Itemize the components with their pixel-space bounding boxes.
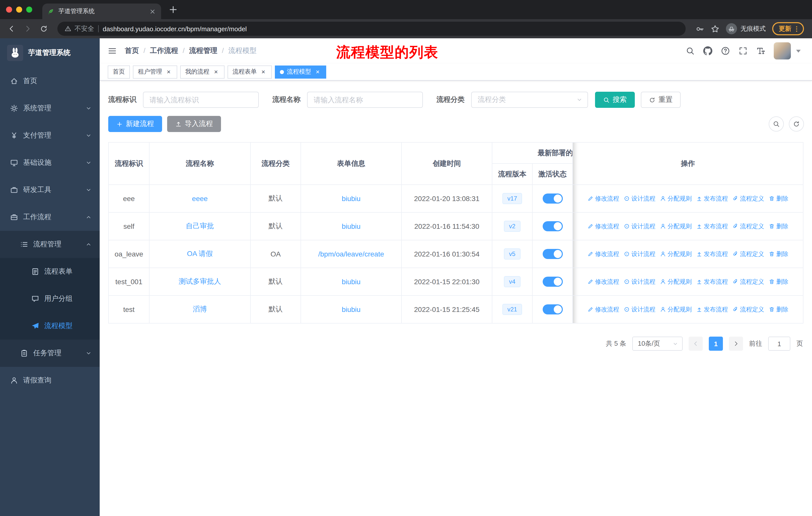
breadcrumb-item[interactable]: 工作流程: [150, 46, 189, 55]
reset-button[interactable]: 重置: [641, 92, 680, 108]
prev-page-button[interactable]: [689, 336, 703, 351]
filter-category-select[interactable]: 流程分类: [471, 92, 588, 108]
process-definition-link[interactable]: 流程定义: [732, 222, 764, 230]
process-name-link[interactable]: 测试多审批人: [179, 277, 221, 285]
sidebar-item-process-model[interactable]: 流程模型: [0, 313, 100, 340]
url-input[interactable]: 不安全 dashboard.yudao.iocoder.cn/bpm/manag…: [57, 22, 686, 36]
modify-process-link[interactable]: 修改流程: [587, 305, 619, 314]
page-number-1[interactable]: 1: [709, 336, 723, 351]
publish-process-link[interactable]: 发布流程: [696, 194, 728, 203]
breadcrumb-item[interactable]: 流程管理: [189, 46, 229, 55]
sidebar-item-infrastructure[interactable]: 基础设施: [0, 149, 100, 176]
create-process-button[interactable]: 新建流程: [108, 116, 162, 132]
assign-rule-link[interactable]: 分配规则: [660, 277, 692, 286]
close-icon[interactable]: [314, 68, 321, 75]
security-chip[interactable]: 不安全: [64, 24, 94, 33]
form-info-link[interactable]: biubiu: [342, 222, 361, 230]
design-process-link[interactable]: 设计流程: [624, 305, 656, 314]
key-icon[interactable]: [696, 24, 704, 33]
form-info-link[interactable]: biubiu: [342, 194, 361, 202]
modify-process-link[interactable]: 修改流程: [587, 277, 619, 286]
filter-name-input[interactable]: [307, 92, 423, 108]
publish-process-link[interactable]: 发布流程: [696, 250, 728, 258]
delete-link[interactable]: 删除: [769, 305, 788, 314]
design-process-link[interactable]: 设计流程: [624, 222, 656, 230]
refresh-table-button[interactable]: [789, 116, 804, 132]
active-toggle[interactable]: [543, 193, 562, 203]
active-toggle[interactable]: [543, 304, 562, 315]
update-menu-button[interactable]: 更新: [772, 22, 804, 35]
process-name-link[interactable]: OA 请假: [187, 249, 213, 257]
user-menu[interactable]: [774, 42, 803, 59]
search-button[interactable]: 搜索: [595, 92, 635, 108]
design-process-link[interactable]: 设计流程: [624, 277, 656, 286]
browser-tab[interactable]: 芋道管理系统: [42, 3, 161, 19]
process-definition-link[interactable]: 流程定义: [732, 194, 764, 203]
new-tab-button[interactable]: [168, 4, 178, 15]
view-tag[interactable]: 租户管理: [133, 65, 177, 78]
assign-rule-link[interactable]: 分配规则: [660, 222, 692, 230]
minimize-window-button[interactable]: [16, 6, 22, 12]
design-process-link[interactable]: 设计流程: [624, 250, 656, 258]
modify-process-link[interactable]: 修改流程: [587, 222, 619, 230]
sidebar-item-home[interactable]: 首页: [0, 67, 100, 95]
tab-close-icon[interactable]: [149, 8, 156, 15]
publish-process-link[interactable]: 发布流程: [696, 222, 728, 230]
page-size-select[interactable]: 10条/页: [632, 336, 683, 351]
active-toggle[interactable]: [543, 249, 562, 259]
modify-process-link[interactable]: 修改流程: [587, 194, 619, 203]
form-info-link[interactable]: /bpm/oa/leave/create: [318, 250, 384, 258]
design-process-link[interactable]: 设计流程: [624, 194, 656, 203]
modify-process-link[interactable]: 修改流程: [587, 250, 619, 258]
delete-link[interactable]: 删除: [769, 250, 788, 258]
goto-page-input[interactable]: [768, 336, 790, 351]
delete-link[interactable]: 删除: [769, 222, 788, 230]
process-definition-link[interactable]: 流程定义: [732, 305, 764, 314]
view-tag[interactable]: 流程模型: [275, 65, 326, 78]
delete-link[interactable]: 删除: [769, 194, 788, 203]
process-definition-link[interactable]: 流程定义: [732, 277, 764, 286]
close-icon[interactable]: [165, 68, 172, 75]
search-icon[interactable]: [686, 46, 695, 55]
view-tag[interactable]: 流程表单: [228, 65, 272, 78]
close-icon[interactable]: [260, 68, 267, 75]
sidebar-item-process-form[interactable]: 流程表单: [0, 258, 100, 285]
app-logo[interactable]: 芋道管理系统: [0, 38, 100, 67]
assign-rule-link[interactable]: 分配规则: [660, 194, 692, 203]
forward-button[interactable]: [21, 22, 34, 35]
help-icon[interactable]: [721, 46, 730, 55]
delete-link[interactable]: 删除: [769, 277, 788, 286]
sidebar-item-system-management[interactable]: 系统管理: [0, 95, 100, 122]
github-icon[interactable]: [703, 46, 712, 55]
zoom-window-button[interactable]: [26, 6, 32, 12]
toggle-search-button[interactable]: [769, 116, 784, 132]
view-tag[interactable]: 首页: [108, 65, 130, 78]
sidebar-item-devtools[interactable]: 研发工具: [0, 176, 100, 203]
filter-key-input[interactable]: [143, 92, 259, 108]
view-tag[interactable]: 我的流程: [180, 65, 225, 78]
form-info-link[interactable]: biubiu: [342, 278, 361, 286]
sidebar-item-payment-management[interactable]: 支付管理: [0, 122, 100, 149]
form-info-link[interactable]: biubiu: [342, 305, 361, 314]
process-definition-link[interactable]: 流程定义: [732, 250, 764, 258]
publish-process-link[interactable]: 发布流程: [696, 305, 728, 314]
process-name-link[interactable]: 自己审批: [186, 222, 214, 230]
publish-process-link[interactable]: 发布流程: [696, 277, 728, 286]
sidebar-item-workflow[interactable]: 工作流程: [0, 203, 100, 231]
next-page-button[interactable]: [729, 336, 743, 351]
font-size-icon[interactable]: [756, 46, 765, 55]
assign-rule-link[interactable]: 分配规则: [660, 305, 692, 314]
assign-rule-link[interactable]: 分配规则: [660, 250, 692, 258]
close-window-button[interactable]: [6, 6, 12, 12]
sidebar-item-process-management[interactable]: 流程管理: [0, 231, 100, 258]
active-toggle[interactable]: [543, 221, 562, 231]
sidebar-item-leave-query[interactable]: 请假查询: [0, 367, 100, 394]
reload-button[interactable]: [37, 22, 50, 35]
breadcrumb-item[interactable]: 首页: [125, 46, 150, 55]
process-name-link[interactable]: eeee: [192, 194, 208, 202]
import-process-button[interactable]: 导入流程: [167, 116, 221, 132]
close-icon[interactable]: [212, 68, 220, 75]
active-toggle[interactable]: [543, 277, 562, 287]
process-name-link[interactable]: 滔博: [193, 305, 207, 313]
sidebar-toggle-icon[interactable]: [108, 46, 117, 55]
